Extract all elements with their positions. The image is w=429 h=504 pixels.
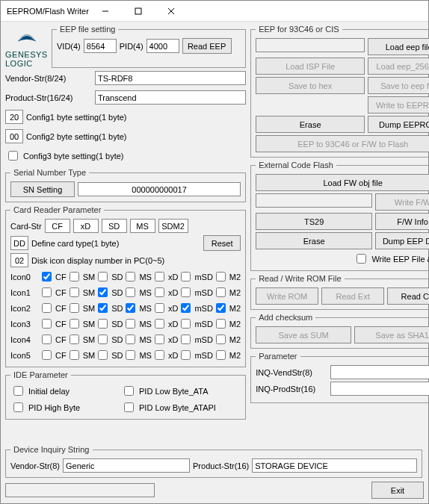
load-eep-button[interactable]: Load eep file — [368, 38, 429, 55]
write-fw-button[interactable]: Write F/W — [375, 193, 429, 211]
ide-pid-low-ata-checkbox[interactable] — [124, 386, 134, 396]
icon-checkbox[interactable] — [181, 272, 191, 281]
close-button[interactable] — [155, 1, 188, 21]
reset-button[interactable]: Reset — [203, 235, 241, 251]
dd-input[interactable] — [10, 236, 28, 250]
config2-input[interactable] — [5, 129, 23, 143]
icon-checkbox[interactable] — [155, 319, 164, 329]
exit-button[interactable]: Exit — [371, 482, 424, 499]
load-eep256-button[interactable]: Load eep_256 file — [368, 57, 429, 75]
dev-vendor-input[interactable] — [63, 458, 190, 473]
icon-checkbox[interactable] — [70, 350, 79, 360]
icon-row-label: Icon0 — [10, 270, 39, 284]
icon-checkbox[interactable] — [70, 303, 79, 313]
erase-eep-button[interactable]: Erase — [256, 116, 365, 133]
card-sdm2-input[interactable] — [158, 219, 188, 233]
parameter-group: Parameter INQ-VendStr(8) INQ-ProdStr(16) — [250, 352, 429, 403]
load-fw-button[interactable]: Load FW obj file — [256, 174, 429, 191]
dump-eeprom-button[interactable]: Dump EEPROM — [368, 116, 429, 133]
icon-checkbox[interactable] — [216, 303, 226, 313]
icon-checkbox[interactable] — [216, 319, 226, 329]
icon-checkbox[interactable] — [42, 303, 52, 313]
dump-eep-data-button[interactable]: Dump EEP Data — [375, 232, 429, 249]
minimize-button[interactable] — [89, 1, 122, 21]
card-sd-input[interactable] — [102, 219, 127, 233]
sn-value-input[interactable] — [78, 182, 241, 196]
save-sha1-button[interactable]: Save as SHA1 — [354, 326, 429, 343]
save-sum-button[interactable]: Save as SUM — [256, 326, 351, 343]
icon-checkbox[interactable] — [126, 272, 135, 281]
icon-checkbox[interactable] — [155, 272, 164, 281]
save-hex-button[interactable]: Save to hex — [256, 77, 365, 94]
read-cur-button[interactable]: Read Cur — [387, 287, 429, 305]
eep-to-93c46-button[interactable]: EEP to 93C46 or F/W to Flash — [256, 135, 429, 152]
icon-checkbox[interactable] — [155, 303, 164, 313]
icon-checkbox[interactable] — [42, 335, 52, 344]
vendor-str-input[interactable] — [95, 71, 246, 85]
icon-checkbox[interactable] — [42, 287, 52, 297]
icon-checkbox[interactable] — [98, 272, 108, 281]
sn-setting-button[interactable]: SN Setting — [10, 181, 75, 197]
ide-pid-low-atapi-checkbox[interactable] — [124, 402, 134, 412]
ide-initial-delay-checkbox[interactable] — [13, 386, 23, 396]
icon-row-label: Icon5 — [10, 348, 39, 362]
icon-checkbox[interactable] — [126, 319, 135, 329]
card-ms-input[interactable] — [130, 219, 155, 233]
icon-checkbox[interactable] — [216, 272, 226, 281]
icon-checkbox[interactable] — [42, 350, 52, 360]
icon-checkbox[interactable] — [98, 287, 108, 297]
ide-pid-high-checkbox[interactable] — [13, 402, 23, 412]
icon-checkbox[interactable] — [70, 335, 79, 344]
fw-info-button[interactable]: F/W Info — [375, 213, 429, 230]
card-xd-input[interactable] — [73, 219, 99, 233]
read-eep-button[interactable]: Read EEP — [182, 38, 232, 54]
window-title: EEPROM/Flash Writer — [7, 7, 89, 16]
icon-checkbox[interactable] — [155, 350, 164, 360]
icon-checkbox[interactable] — [155, 287, 164, 297]
config1-input[interactable] — [5, 110, 23, 124]
save-eep-button[interactable]: Save to eep file — [368, 77, 429, 94]
icon-checkbox[interactable] — [181, 319, 191, 329]
icon-checkbox[interactable] — [126, 287, 135, 297]
icon-checkbox[interactable] — [155, 335, 164, 344]
ts29-button[interactable]: TS29 — [256, 213, 372, 230]
dev-product-input[interactable] — [252, 458, 417, 473]
icon-checkbox[interactable] — [70, 287, 79, 297]
product-str-input[interactable] — [95, 90, 246, 105]
pid-input[interactable] — [146, 39, 179, 53]
dd-label: Define card type(1 byte) — [31, 239, 200, 248]
load-isp-button[interactable]: Load ISP File — [256, 57, 365, 75]
config3-checkbox[interactable] — [8, 151, 18, 161]
icon-checkbox[interactable] — [98, 319, 108, 329]
write-rom-button[interactable]: Write ROM — [256, 287, 318, 305]
icon-checkbox[interactable] — [70, 272, 79, 281]
icon-row-label: Icon2 — [10, 301, 39, 315]
icon-checkbox[interactable] — [181, 335, 191, 344]
write-eep-fw-checkbox[interactable] — [357, 254, 366, 264]
icon-checkbox[interactable] — [181, 287, 191, 297]
icon-checkbox[interactable] — [181, 350, 191, 360]
icon-checkbox[interactable] — [126, 335, 135, 344]
icon-checkbox[interactable] — [126, 350, 135, 360]
icon-checkbox[interactable] — [98, 335, 108, 344]
icon-checkbox[interactable] — [216, 335, 226, 344]
icon-checkbox[interactable] — [42, 319, 52, 329]
disk-icon-input[interactable] — [10, 253, 28, 267]
erase-flash-button[interactable]: Erase — [256, 232, 372, 249]
card-cf-input[interactable] — [45, 219, 70, 233]
vid-input[interactable] — [84, 39, 117, 53]
icon-checkbox[interactable] — [42, 272, 52, 281]
icon-checkbox[interactable] — [70, 319, 79, 329]
read-ext-button[interactable]: Read Ext — [321, 287, 384, 305]
icon-checkbox[interactable] — [98, 303, 108, 313]
icon-checkbox[interactable] — [126, 303, 135, 313]
write-eeprom-button[interactable]: Write to EEPROM — [368, 96, 429, 113]
inq-prodstr-input[interactable] — [330, 382, 429, 396]
maximize-button[interactable] — [122, 1, 155, 21]
icon-checkbox[interactable] — [216, 287, 226, 297]
icon-checkbox[interactable] — [181, 303, 191, 313]
icon-checkbox[interactable] — [98, 350, 108, 360]
inq-vendstr-input[interactable] — [330, 365, 429, 379]
icon-checkbox[interactable] — [216, 350, 226, 360]
pid-label: PID(4) — [120, 42, 143, 51]
